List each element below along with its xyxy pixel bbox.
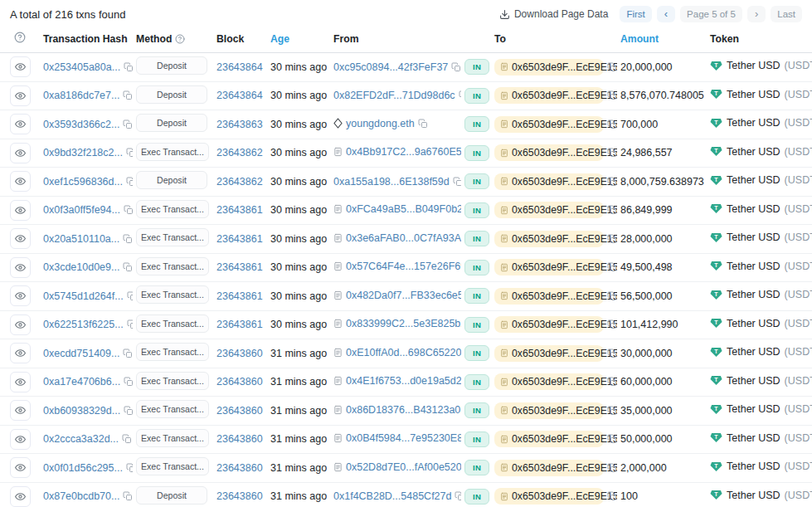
copy-icon[interactable] xyxy=(607,234,617,244)
eye-preview-button[interactable] xyxy=(10,429,31,450)
txn-hash-link[interactable]: 0xef1c596836d... xyxy=(43,176,123,188)
from-address-link[interactable]: 0x833999C2...5e3E825b2 xyxy=(346,318,461,329)
from-address-link[interactable]: 0x482Da0f7...FB33ec6e5 xyxy=(346,290,461,301)
eye-preview-button[interactable] xyxy=(10,171,31,192)
block-link[interactable]: 23643862 xyxy=(216,176,263,188)
txn-hash-link[interactable]: 0x3cde10d0e9... xyxy=(43,261,119,273)
copy-icon[interactable] xyxy=(126,463,133,473)
eye-preview-button[interactable] xyxy=(10,486,31,507)
txn-hash-link[interactable]: 0x5745d1d264f... xyxy=(43,290,124,302)
to-address-link[interactable]: 0x6503de9F...EcE9E153f xyxy=(494,288,604,305)
from-address-link[interactable]: 0x52D8d7E0...fAf00e520 xyxy=(346,461,461,473)
copy-icon[interactable] xyxy=(123,234,133,244)
token-link[interactable]: T Tether USD (USDT) xyxy=(710,145,812,158)
txn-hash-link[interactable]: 0x253405a80a... xyxy=(43,61,120,73)
copy-icon[interactable] xyxy=(451,62,461,72)
copy-icon[interactable] xyxy=(123,119,133,129)
block-link[interactable]: 23643863 xyxy=(216,119,263,130)
txn-hash-link[interactable]: 0xa17e4706b6... xyxy=(43,376,120,388)
copy-icon[interactable] xyxy=(607,205,617,215)
header-age-sort[interactable]: Age xyxy=(267,25,330,53)
method-badge[interactable]: Exec Transact... xyxy=(136,285,209,304)
copy-icon[interactable] xyxy=(127,319,133,329)
block-link[interactable]: 23643864 xyxy=(216,61,263,73)
method-badge[interactable]: Exec Transact... xyxy=(136,314,209,333)
chevron-left-icon[interactable]: ‹ xyxy=(657,6,675,22)
to-address-link[interactable]: 0x6503de9F...EcE9E153f xyxy=(494,373,604,390)
copy-icon[interactable] xyxy=(453,177,461,187)
token-link[interactable]: T Tether USD (USDT) xyxy=(710,289,812,301)
eye-preview-button[interactable] xyxy=(10,343,31,363)
copy-icon[interactable] xyxy=(418,119,428,129)
header-amount-sort[interactable]: Amount xyxy=(617,25,707,53)
method-badge[interactable]: Deposit xyxy=(136,486,207,505)
token-link[interactable]: T Tether USD (USDT) xyxy=(710,346,812,358)
eye-preview-button[interactable] xyxy=(10,114,31,134)
copy-icon[interactable] xyxy=(122,434,132,444)
to-address-link[interactable]: 0x6503de9F...EcE9E153f xyxy=(494,488,604,505)
help-circle-icon[interactable] xyxy=(175,34,185,44)
eye-preview-button[interactable] xyxy=(10,200,31,221)
eye-preview-button[interactable] xyxy=(10,228,31,249)
from-address-link[interactable]: 0x82EFD2dF...71Dd98d6c xyxy=(333,90,455,101)
txn-hash-link[interactable]: 0x20a510110a... xyxy=(43,233,119,245)
token-link[interactable]: T Tether USD (USDT) xyxy=(710,489,812,501)
to-address-link[interactable]: 0x6503de9F...EcE9E153f xyxy=(494,345,604,362)
eye-preview-button[interactable] xyxy=(10,257,31,278)
to-address-link[interactable]: 0x6503de9F...EcE9E153f xyxy=(494,460,604,476)
from-address-link[interactable]: 0x4Bb917C2...9a6760E54 xyxy=(346,146,461,158)
token-link[interactable]: T Tether USD (USDT) xyxy=(710,117,812,129)
block-link[interactable]: 23643860 xyxy=(216,376,263,388)
copy-icon[interactable] xyxy=(124,406,133,416)
help-circle-icon[interactable] xyxy=(14,32,26,43)
block-link[interactable]: 23643861 xyxy=(216,233,263,245)
pagination-first-button[interactable]: First xyxy=(620,6,651,23)
block-link[interactable]: 23643861 xyxy=(216,204,263,216)
block-link[interactable]: 23643861 xyxy=(216,261,263,273)
to-address-link[interactable]: 0x6503de9F...EcE9E153f xyxy=(494,202,604,218)
copy-icon[interactable] xyxy=(607,319,617,329)
block-link[interactable]: 23643861 xyxy=(216,319,263,330)
copy-icon[interactable] xyxy=(127,291,133,301)
eye-preview-button[interactable] xyxy=(10,372,31,392)
to-address-link[interactable]: 0x6503de9F...EcE9E153f xyxy=(494,59,604,76)
block-link[interactable]: 23643860 xyxy=(216,405,263,417)
from-address-link[interactable]: 0x86D18376...B43123a0E xyxy=(346,404,461,416)
method-badge[interactable]: Exec Transact... xyxy=(136,200,209,218)
txn-hash-link[interactable]: 0xa8186dc7e7... xyxy=(43,90,119,101)
txn-hash-link[interactable]: 0xb60938329d... xyxy=(43,405,120,417)
copy-icon[interactable] xyxy=(123,491,133,501)
copy-icon[interactable] xyxy=(459,90,461,100)
copy-icon[interactable] xyxy=(607,291,617,301)
to-address-link[interactable]: 0x6503de9F...EcE9E153f xyxy=(494,87,604,104)
eye-preview-button[interactable] xyxy=(10,457,31,478)
from-address-link[interactable]: 0xa155a198...6E138f59d xyxy=(333,176,450,188)
token-link[interactable]: T Tether USD (USDT) xyxy=(710,174,812,187)
block-link[interactable]: 23643860 xyxy=(216,433,263,445)
method-badge[interactable]: Deposit xyxy=(136,114,207,132)
copy-icon[interactable] xyxy=(126,177,133,187)
method-badge[interactable]: Deposit xyxy=(136,85,207,104)
copy-icon[interactable] xyxy=(123,90,133,100)
eye-preview-button[interactable] xyxy=(10,56,31,77)
copy-icon[interactable] xyxy=(607,491,617,501)
from-address-link[interactable]: 0x4E1f6753...d0e19a5d2 xyxy=(346,375,461,387)
txn-hash-link[interactable]: 0x9bd32f218c2... xyxy=(43,147,123,158)
block-link[interactable]: 23643864 xyxy=(216,90,263,101)
copy-icon[interactable] xyxy=(607,434,617,444)
from-address-link[interactable]: 0xc95c0894...42f3FeF37 xyxy=(333,61,448,73)
copy-icon[interactable] xyxy=(607,406,617,416)
from-address-link[interactable]: 0x57C64F4e...157e26F69 xyxy=(346,261,461,272)
token-link[interactable]: T Tether USD (USDT) xyxy=(710,374,812,387)
method-badge[interactable]: Exec Transact... xyxy=(136,228,209,246)
from-address-link[interactable]: youngdong.eth xyxy=(346,118,415,129)
txn-hash-link[interactable]: 0x3593d366c2... xyxy=(43,119,119,130)
block-link[interactable]: 23643860 xyxy=(216,348,263,359)
copy-icon[interactable] xyxy=(123,262,133,272)
txn-hash-link[interactable]: 0x87e0bcdb70... xyxy=(43,490,119,502)
to-address-link[interactable]: 0x6503de9F...EcE9E153f xyxy=(494,173,604,190)
from-address-link[interactable]: 0xE10ffA0d...698C65220 xyxy=(346,347,461,358)
copy-icon[interactable] xyxy=(455,491,461,501)
eye-preview-button[interactable] xyxy=(10,400,31,421)
to-address-link[interactable]: 0x6503de9F...EcE9E153f xyxy=(494,231,604,247)
